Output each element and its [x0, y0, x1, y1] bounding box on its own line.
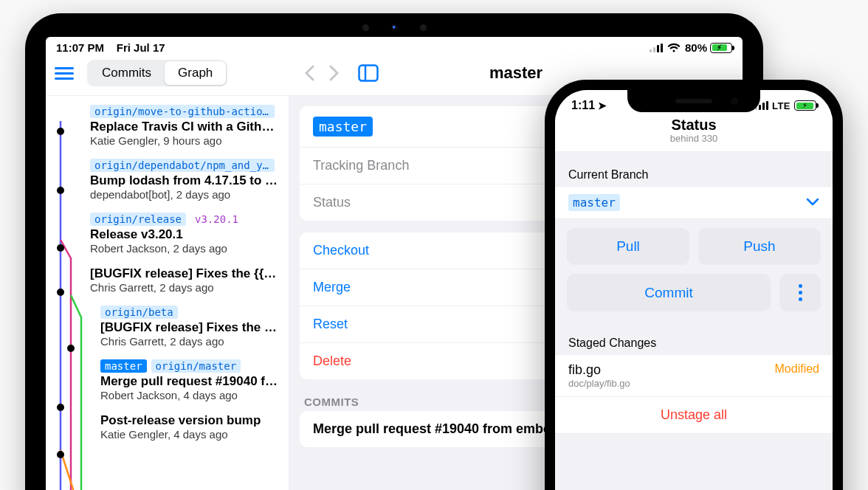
nav-title: Status [555, 117, 833, 134]
more-actions-button[interactable] [779, 274, 821, 311]
commit-item[interactable]: [BUGFIX release] Fixes the {{eac… Chris … [80, 263, 289, 303]
commit-subject: Release v3.20.1 [90, 227, 281, 242]
battery-icon: ⚡︎ [794, 100, 816, 111]
commit-subject: Post-release version bump [100, 413, 281, 428]
status-date: Fri Jul 17 [117, 41, 165, 54]
network-label: LTE [772, 100, 790, 111]
battery-indicator: 80% ⚡︎ [685, 41, 732, 54]
iphone-screen: 1:11 ➤ LTE ⚡︎ Status behind 330 Current … [555, 90, 833, 490]
commit-subject: [BUGFIX release] Fixes the {{eac… [90, 266, 281, 281]
commit-button[interactable]: Commit [567, 274, 771, 311]
commit-meta: Katie Gengler, 9 hours ago [90, 134, 281, 147]
branch-pill: master [568, 194, 620, 211]
staged-file-row[interactable]: fib.go doc/play/fib.go Modified [555, 355, 833, 397]
location-icon: ➤ [598, 100, 607, 111]
commit-subject: Replace Travis CI with a Github Act… [90, 120, 281, 134]
branch-ref: origin/beta [100, 306, 178, 319]
chevron-down-icon [806, 196, 819, 210]
commit-subject: Merge pull request #19040 fro… [100, 374, 281, 389]
menu-icon[interactable] [55, 64, 74, 83]
branch-ref: origin/move-to-github-actions [90, 105, 275, 118]
commit-item[interactable]: origin/beta [BUGFIX release] Fixes the {… [80, 303, 289, 356]
nav-subtitle: behind 330 [555, 133, 833, 144]
ipad-status-bar: 11:07 PM Fri Jul 17 80% ⚡︎ [46, 37, 743, 57]
commit-item[interactable]: origin/move-to-github-actions Replace Tr… [80, 102, 289, 156]
tab-commits[interactable]: Commits [89, 61, 165, 85]
commit-item[interactable]: origin/dependabot/npm_and_yarn… Bump lod… [80, 156, 289, 210]
commit-item[interactable]: origin/release v3.20.1 Release v3.20.1 R… [80, 210, 289, 263]
commit-meta: Chris Garrett, 2 days ago [90, 281, 281, 294]
cellular-signal-icon [650, 44, 663, 52]
iphone-notch [627, 90, 760, 112]
commit-meta: Chris Garrett, 2 days ago [100, 335, 281, 348]
push-button[interactable]: Push [698, 228, 821, 265]
branch-selector[interactable]: master [555, 186, 833, 219]
branch-chip: master [313, 117, 373, 137]
commit-subject: Bump lodash from 4.17.15 to 4.17.19 [90, 173, 281, 188]
view-segmented-control[interactable]: Commits Graph [87, 60, 227, 86]
tab-graph[interactable]: Graph [165, 61, 226, 85]
staged-changes-header: Staged Changes [555, 325, 833, 354]
wifi-icon [667, 43, 681, 53]
svg-rect-0 [359, 66, 378, 81]
battery-percent: 80% [685, 41, 707, 54]
current-branch-label: Current Branch [555, 156, 833, 186]
sidebar-toggle-icon[interactable] [357, 62, 379, 84]
commit-item[interactable]: master origin/master Merge pull request … [80, 356, 289, 410]
status-time: 11:07 PM [56, 41, 104, 54]
status-left: 11:07 PM Fri Jul 17 [56, 41, 165, 54]
commit-meta: dependabot[bot], 2 days ago [90, 188, 281, 201]
file-status: Modified [775, 362, 819, 376]
head-ref: master [100, 359, 147, 373]
branch-ref: origin/dependabot/npm_and_yarn… [90, 159, 275, 172]
branch-ref: origin/master [151, 359, 241, 373]
unstage-all-button[interactable]: Unstage all [555, 397, 833, 433]
file-path: doc/play/fib.go [568, 378, 630, 389]
svg-point-8 [57, 451, 64, 458]
commit-item[interactable]: Post-release version bump Katie Gengler,… [80, 410, 289, 449]
iphone-device-frame: 1:11 ➤ LTE ⚡︎ Status behind 330 Current … [545, 80, 843, 490]
commit-meta: Robert Jackson, 2 days ago [90, 242, 281, 255]
commit-graph-sidebar[interactable]: origin/move-to-github-actions Replace Tr… [46, 96, 289, 490]
commit-subject: [BUGFIX release] Fixes the {{eac… [100, 320, 281, 335]
pull-button[interactable]: Pull [567, 228, 689, 265]
commit-meta: Katie Gengler, 4 days ago [100, 428, 281, 441]
tag-ref: v3.20.1 [190, 213, 243, 226]
status-time: 1:11 [571, 99, 595, 112]
commit-meta: Robert Jackson, 4 days ago [100, 389, 281, 401]
forward-button[interactable] [323, 62, 345, 84]
ipad-camera-bar [324, 24, 464, 31]
branch-ref: origin/release [90, 213, 186, 226]
file-name: fib.go [568, 362, 630, 378]
back-button[interactable] [298, 62, 320, 84]
iphone-nav-bar: Status behind 330 [555, 114, 833, 152]
